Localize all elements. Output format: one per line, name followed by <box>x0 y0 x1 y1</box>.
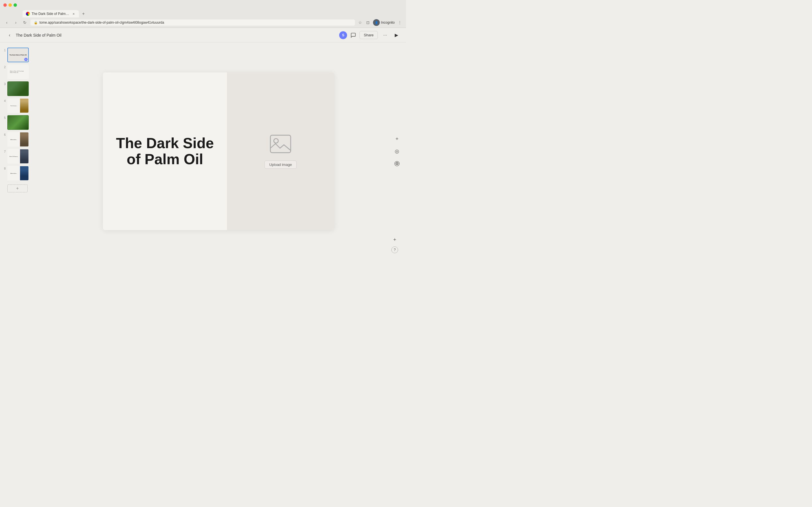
url-text: tome.app/sarahsworkspace/the-dark-side-o… <box>40 20 164 24</box>
svg-point-6 <box>397 164 398 165</box>
menu-icon[interactable]: ⋮ <box>397 20 403 25</box>
list-item[interactable]: 3 <box>2 81 29 97</box>
upload-label: Upload image <box>269 163 292 167</box>
slide-number: 1 <box>2 49 6 52</box>
svg-rect-0 <box>270 135 291 153</box>
add-slide-button[interactable]: + <box>7 184 28 192</box>
target-tool-button[interactable]: ◎ <box>393 147 402 156</box>
refresh-button[interactable]: ↻ <box>21 19 28 26</box>
slide-user-avatar: S <box>24 58 28 61</box>
share-label: Share <box>364 33 373 37</box>
slide-thumbnail[interactable]: What is Palm Oil? The Dark Side of Palm … <box>7 64 29 79</box>
back-nav-button[interactable]: ‹ <box>3 19 10 26</box>
slide-number: 3 <box>2 82 6 86</box>
slide-text-panel[interactable]: The Dark Side of Palm Oil <box>103 72 227 230</box>
slide-thumbnail[interactable]: Alternatives... <box>7 166 29 180</box>
header-right: S Share ··· ▶ <box>339 31 400 39</box>
address-actions: ☆ ⊡ 👤 Incognito ⋮ <box>357 19 403 26</box>
traffic-lights <box>3 3 17 7</box>
slide-thumbnail[interactable] <box>7 81 29 96</box>
main-content: 1 The Dark Side of Palm Oil S 2 What is … <box>0 43 406 253</box>
play-button[interactable]: ▶ <box>393 31 400 39</box>
back-button[interactable]: ‹ <box>6 31 13 39</box>
slide-number: 8 <box>2 167 6 170</box>
slide-number: 5 <box>2 116 6 119</box>
list-item[interactable]: 5 <box>2 115 29 130</box>
tab-title-text: The Dark Side of Palm Oil <box>32 12 70 16</box>
upload-image-button[interactable]: Upload image <box>264 161 297 169</box>
add-tool-button[interactable]: + <box>393 134 402 144</box>
app-container: ‹ The Dark Side of Palm Oil S Share ··· … <box>0 28 406 253</box>
more-options-button[interactable]: ··· <box>381 31 389 39</box>
svg-point-5 <box>398 163 398 164</box>
slide-thumbnail[interactable]: Palm Oil Examp... <box>7 149 29 164</box>
split-view-icon[interactable]: ⊡ <box>365 20 371 25</box>
lock-icon: 🔒 <box>34 21 38 24</box>
tab-close-icon[interactable]: ✕ <box>71 12 75 16</box>
list-item[interactable]: 2 What is Palm Oil? The Dark Side of Pal… <box>2 64 29 80</box>
slide-number: 7 <box>2 150 6 153</box>
bottom-actions: + ? <box>390 235 399 253</box>
list-item[interactable]: 1 The Dark Side of Palm Oil S <box>2 47 29 63</box>
target-icon: ◎ <box>395 148 399 154</box>
slide-number: 4 <box>2 100 6 103</box>
title-bar <box>0 0 406 10</box>
share-button[interactable]: Share <box>359 31 378 39</box>
help-button[interactable]: ? <box>391 246 398 253</box>
new-tab-button[interactable]: + <box>80 10 87 17</box>
app-header: ‹ The Dark Side of Palm Oil S Share ··· … <box>0 28 406 43</box>
svg-point-1 <box>274 138 278 143</box>
comment-icon <box>350 33 356 38</box>
avatar: S <box>339 31 347 39</box>
address-bar: ‹ › ↻ 🔒 tome.app/sarahsworkspace/the-dar… <box>0 17 406 27</box>
incognito-badge: 👤 Incognito <box>373 19 395 26</box>
slide-number: 2 <box>2 66 6 69</box>
slide-thumbnail[interactable]: The Environ... <box>7 98 29 113</box>
tab-favicon-icon <box>26 12 30 16</box>
help-icon: ? <box>394 248 396 252</box>
slide-thumb-content: The Environ... <box>8 99 20 113</box>
comment-button[interactable] <box>350 33 356 38</box>
bottom-add-button[interactable]: + <box>390 235 399 244</box>
svg-point-4 <box>397 162 398 163</box>
slide-thumb-content <box>8 82 29 96</box>
svg-point-3 <box>396 163 396 164</box>
url-bar[interactable]: 🔒 tome.app/sarahsworkspace/the-dark-side… <box>31 19 355 25</box>
list-item[interactable]: 8 Alternatives... <box>2 165 29 181</box>
more-dots-icon: ··· <box>383 33 387 38</box>
close-button[interactable] <box>3 3 7 7</box>
browser-tab[interactable]: The Dark Side of Palm Oil ✕ <box>22 10 79 17</box>
slide-number: 6 <box>2 133 6 136</box>
list-item[interactable]: 7 Palm Oil Examp... <box>2 149 29 164</box>
plus-icon: + <box>396 136 399 142</box>
minimize-button[interactable] <box>8 3 12 7</box>
document-title: The Dark Side of Palm Oil <box>16 33 61 38</box>
maximize-button[interactable] <box>13 3 17 7</box>
slide-title: The Dark Side of Palm Oil <box>114 135 216 167</box>
list-item[interactable]: 6 Alternatives... <box>2 131 29 147</box>
play-icon: ▶ <box>395 33 398 38</box>
slide-thumb-content: Palm Oil Examp... <box>8 149 20 163</box>
palette-icon <box>394 161 400 166</box>
svg-point-7 <box>396 164 397 165</box>
browser-chrome: The Dark Side of Palm Oil ✕ + ‹ › ↻ 🔒 to… <box>0 0 406 28</box>
slide-thumbnail[interactable] <box>7 115 29 130</box>
forward-nav-button[interactable]: › <box>12 19 19 26</box>
list-item[interactable]: 4 The Environ... <box>2 98 29 114</box>
slide-image-panel[interactable]: Upload image <box>227 72 334 230</box>
right-tools: + ◎ <box>393 134 402 168</box>
slide-thumb-content: Alternatives... <box>8 132 20 147</box>
slide-thumb-content <box>8 115 29 129</box>
header-left: ‹ The Dark Side of Palm Oil <box>6 31 339 39</box>
bookmark-icon[interactable]: ☆ <box>357 20 363 25</box>
slide-thumbnail[interactable]: Alternatives... <box>7 132 29 147</box>
canvas-area: The Dark Side of Palm Oil Upload image <box>31 43 406 253</box>
palette-tool-button[interactable] <box>393 159 402 168</box>
back-arrow-icon: ‹ <box>9 33 10 38</box>
slides-sidebar: 1 The Dark Side of Palm Oil S 2 What is … <box>0 43 31 253</box>
incognito-label: Incognito <box>381 20 395 24</box>
incognito-icon: 👤 <box>373 19 380 26</box>
slide-thumbnail[interactable]: The Dark Side of Palm Oil S <box>7 48 29 62</box>
slide-thumb-content: Alternatives... <box>8 166 20 180</box>
slide-thumb-content: What is Palm Oil? The Dark Side of Palm … <box>8 65 29 79</box>
